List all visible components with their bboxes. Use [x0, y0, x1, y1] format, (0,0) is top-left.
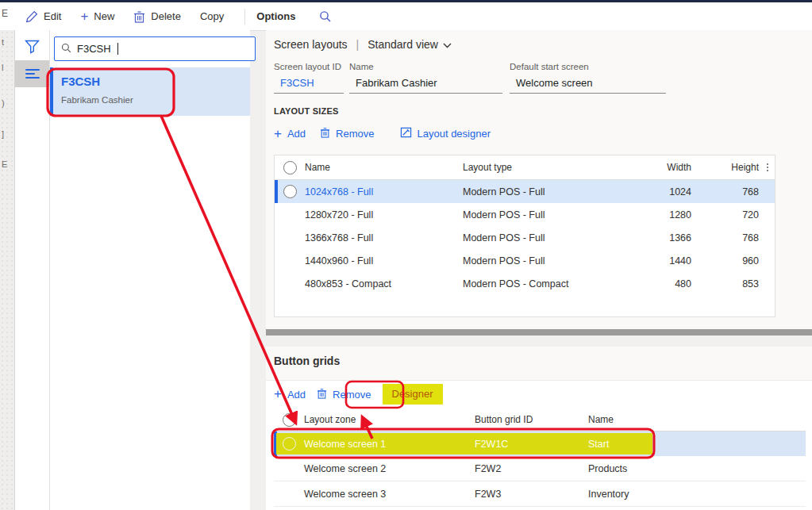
title-separator: |	[356, 38, 360, 51]
button-grids-toolbar: + Add Remove Designer	[274, 384, 443, 405]
table-row[interactable]: Welcome screen 2 F2W2 Products	[274, 456, 806, 481]
button-grids-title: Button grids	[274, 355, 340, 367]
splitter-gap	[266, 336, 812, 347]
table-row[interactable]: 1366x768 - Full Modern POS - Full 1366 7…	[275, 226, 775, 249]
cell-width: 1366	[640, 232, 691, 243]
remove-button[interactable]: Remove	[320, 127, 374, 140]
designer-button[interactable]: Designer	[383, 384, 443, 405]
cell-button-grid-id: F2W3	[475, 489, 588, 500]
field-label: Default start screen	[510, 62, 666, 71]
toolbar-divider	[244, 9, 245, 25]
field-value-input[interactable]: Fabrikam Cashier	[349, 75, 502, 94]
plus-icon: +	[274, 389, 282, 400]
column-header[interactable]: Button grid ID	[475, 414, 588, 425]
view-selector[interactable]: Standard view	[368, 38, 452, 51]
column-header[interactable]: Layout type	[463, 162, 640, 173]
filter-button[interactable]	[15, 35, 49, 62]
field-screen-layout-id: Screen layout ID F3CSH	[274, 62, 344, 94]
edit-button[interactable]: Edit	[25, 10, 72, 23]
grid-header-row: Layout zone Button grid ID Name	[274, 408, 806, 431]
layout-designer-button[interactable]: Layout designer	[400, 127, 491, 140]
list-tools-column	[15, 30, 50, 510]
cell-name: 1366x768 - Full	[305, 232, 463, 243]
table-row[interactable]: Welcome screen 3 F2W3 Inventory	[274, 481, 806, 507]
pane-splitter[interactable]	[266, 329, 812, 336]
search-icon	[61, 42, 71, 56]
column-header[interactable]: Layout zone	[304, 414, 475, 425]
cell-width: 1280	[640, 209, 691, 220]
add-button[interactable]: + Add	[274, 389, 306, 401]
cell-width: 1024	[640, 186, 691, 197]
column-header[interactable]: Height	[691, 162, 759, 173]
edit-label: Edit	[44, 10, 61, 22]
list-item-subtitle: Fabrikam Cashier	[61, 95, 133, 105]
new-button[interactable]: + New	[80, 10, 125, 22]
add-label: Add	[287, 128, 306, 140]
field-name: Name Fabrikam Cashier	[349, 62, 502, 94]
column-options-icon[interactable]	[759, 163, 776, 171]
copy-button[interactable]: Copy	[200, 10, 235, 22]
field-default-start-screen: Default start screen Welcome screen	[510, 62, 666, 94]
radio-button[interactable]	[283, 437, 296, 451]
layout-designer-label: Layout designer	[418, 128, 491, 140]
list-item-title: F3CSH	[61, 75, 100, 88]
cell-name: 1440x960 - Full	[305, 255, 463, 267]
radio-button[interactable]	[283, 161, 297, 174]
cell-type: Modern POS - Full	[463, 186, 640, 197]
remove-label: Remove	[333, 389, 371, 401]
remove-button[interactable]: Remove	[317, 388, 371, 401]
trash-icon	[320, 127, 330, 140]
options-button[interactable]: Options	[256, 10, 311, 22]
table-row[interactable]: 1440x960 - Full Modern POS - Full 1440 9…	[275, 249, 775, 272]
clipped-icon-fragment: E	[2, 159, 7, 169]
cell-name: Start	[588, 439, 806, 450]
radio-button[interactable]	[283, 185, 297, 198]
show-list-button[interactable]	[15, 60, 49, 87]
delete-label: Delete	[151, 10, 181, 22]
designer-label: Designer	[392, 388, 433, 400]
designer-icon	[400, 127, 412, 140]
cell-name: 1024x768 - Full	[305, 186, 463, 197]
table-row[interactable]: Welcome screen 1 F2W1C Start	[274, 431, 806, 456]
cell-width: 480	[640, 278, 691, 290]
column-header[interactable]: Name	[588, 414, 806, 425]
clipped-nav-rail: t l ) ] E	[0, 30, 15, 510]
cell-height: 853	[691, 278, 759, 290]
cell-layout-zone: Welcome screen 3	[304, 489, 475, 500]
field-value-input[interactable]: Welcome screen	[510, 75, 666, 94]
chevron-down-icon	[443, 38, 452, 51]
quick-filter-input[interactable]: F3CSH	[54, 36, 256, 61]
quick-filter-value: F3CSH	[77, 43, 111, 55]
layout-sizes-toolbar: + Add Remove Layout designer	[274, 127, 491, 140]
remove-label: Remove	[336, 128, 374, 140]
search-button[interactable]	[319, 10, 343, 23]
cell-button-grid-id: F2W2	[475, 463, 588, 474]
clipped-icon-fragment: )	[2, 98, 5, 108]
column-header[interactable]: Width	[640, 162, 691, 173]
button-grids-grid: Layout zone Button grid ID Name Welcome …	[274, 408, 806, 507]
filter-icon	[25, 40, 40, 57]
table-row[interactable]: 480x853 - Compact Modern POS - Compact 4…	[275, 272, 775, 295]
page-header: Screen layouts | Standard view	[274, 38, 452, 51]
record-list-panel: F3CSH F3CSH Fabrikam Cashier	[50, 30, 250, 510]
cell-type: Modern POS - Full	[463, 255, 640, 267]
table-row[interactable]: 1280x720 - Full Modern POS - Full 1280 7…	[275, 203, 775, 226]
table-row[interactable]: 1024x768 - Full Modern POS - Full 1024 7…	[275, 180, 775, 203]
cell-height: 768	[691, 232, 759, 243]
column-header[interactable]: Name	[305, 162, 463, 173]
trash-icon	[317, 388, 327, 401]
copy-label: Copy	[200, 10, 224, 22]
delete-button[interactable]: Delete	[133, 10, 192, 23]
field-value-link[interactable]: F3CSH	[274, 75, 344, 94]
cell-layout-zone: Welcome screen 2	[304, 463, 475, 474]
plus-icon: +	[274, 128, 282, 140]
command-bar: E Edit + New Delete Copy	[0, 2, 812, 31]
screen-layouts-page: E Edit + New Delete Copy	[0, 0, 812, 510]
list-item-f3csh[interactable]: F3CSH Fabrikam Cashier	[50, 67, 250, 116]
clipped-icon-fragment: E	[2, 8, 8, 19]
field-label: Screen layout ID	[274, 62, 344, 71]
cell-type: Modern POS - Full	[463, 209, 640, 220]
radio-button[interactable]	[283, 413, 296, 427]
cell-type: Modern POS - Full	[463, 232, 640, 243]
add-button[interactable]: + Add	[274, 128, 306, 140]
